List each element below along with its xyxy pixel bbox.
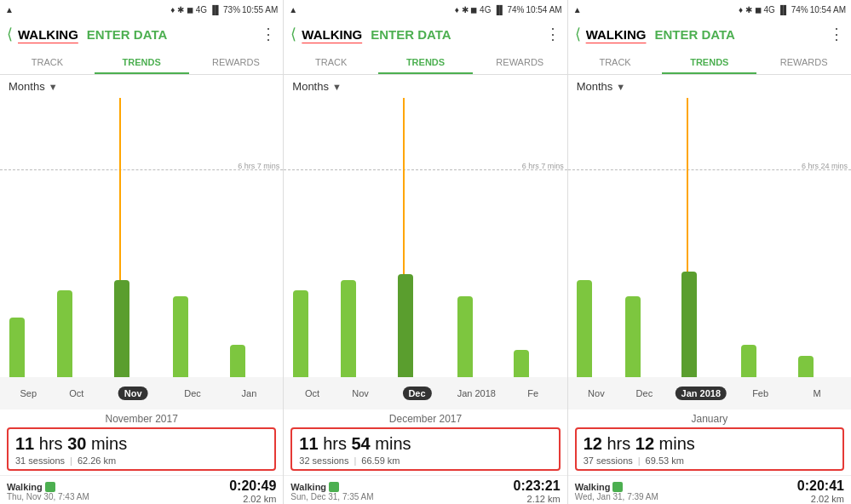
enter-data-button-1[interactable]: ENTER DATA	[87, 27, 167, 42]
activity-right-2: 0:23:21 2.12 km	[514, 478, 561, 504]
activity-dist-3: 2.02 km	[811, 494, 844, 504]
bar-0-1	[9, 318, 25, 377]
activity-title-3: Walking	[575, 482, 658, 492]
x-label-1-2: Nov	[352, 388, 369, 398]
back-button-3[interactable]: ⟨	[575, 25, 581, 43]
activity-row-1: Walking Thu, Nov 30, 7:43 AM 0:20:49 2.0…	[0, 475, 283, 504]
top-nav-2: ⟨ WALKING ENTER DATA ⋮	[284, 19, 566, 49]
x-label-2-2: Dec	[402, 387, 431, 400]
activity-time-val-2: 0:23:21	[514, 478, 561, 494]
activity-left-2: Walking Sun, Dec 31, 7:35 AM	[290, 482, 373, 501]
x-label-1-1: Oct	[69, 388, 83, 398]
battery-2: 74%	[507, 5, 524, 14]
bar-3-1	[173, 296, 188, 377]
activity-time-val-1: 0:20:49	[229, 478, 276, 494]
top-nav-3: ⟨ WALKING ENTER DATA ⋮	[568, 19, 851, 49]
months-dropdown-icon-2: ▼	[332, 82, 342, 92]
chart-area-3: 6 hrs 24 mins NovDecJan 2018FebM	[568, 98, 851, 410]
stats-sessions-1: 31 sessions	[15, 455, 65, 466]
stats-main-value-1: 11 hrs 30 mins	[15, 433, 267, 454]
more-options-button-3[interactable]: ⋮	[829, 25, 844, 43]
status-bar-3: ▲ ♦ ✱ ◼ 4G ▐▌ 74% 10:54 AM	[568, 0, 851, 19]
nav-title-1: WALKING	[18, 27, 78, 42]
chart-inner-3: 6 hrs 24 mins NovDecJan 2018FebM	[568, 98, 851, 410]
stats-sub-3: 37 sessions | 69.53 km	[584, 455, 836, 466]
activity-left-1: Walking Thu, Nov 30, 7:43 AM	[7, 482, 89, 501]
chart-area-2: 6 hrs 7 mins OctNovDecJan 2018Fe	[284, 98, 566, 410]
status-left-3: ▲	[573, 5, 582, 14]
tab-track-1[interactable]: TRACK	[0, 49, 95, 74]
x-label-0-3: Nov	[588, 388, 605, 398]
panel-1: ▲ ♦ ✱ ◼ 4G ▐▌ 73% 10:55 AM ⟨ WALKING ENT…	[0, 0, 284, 504]
stats-sessions-3: 37 sessions	[584, 455, 633, 466]
stats-month-title-2: December 2017	[290, 413, 560, 425]
status-bar-2: ▲ ♦ ✱ ◼ 4G ▐▌ 74% 10:54 AM	[284, 0, 566, 19]
time-2: 10:54 AM	[526, 5, 561, 14]
chart-avg-line-2: 6 hrs 7 mins	[284, 169, 566, 170]
back-button-2[interactable]: ⟨	[290, 25, 296, 43]
months-selector-3[interactable]: Months ▼	[568, 75, 851, 98]
time-3: 10:54 AM	[810, 5, 846, 14]
stats-main-value-2: 11 hrs 54 mins	[299, 433, 551, 454]
x-label-3-1: Dec	[184, 388, 201, 398]
months-selector-1[interactable]: Months ▼	[0, 75, 283, 98]
x-label-2-3: Jan 2018	[676, 387, 727, 400]
x-label-4-3: M	[814, 388, 821, 398]
months-label-1: Months	[9, 80, 45, 93]
bar-4-1	[230, 345, 245, 377]
stats-divider-3: |	[638, 455, 641, 466]
activity-time-val-3: 0:20:41	[797, 478, 844, 494]
chart-line-label-3: 6 hrs 24 mins	[802, 162, 848, 170]
tab-trends-2[interactable]: TRENDS	[378, 49, 473, 74]
tab-track-3[interactable]: TRACK	[568, 49, 663, 74]
notification-icon-2: ▲	[289, 5, 297, 14]
map-icon-3	[612, 482, 623, 492]
bar-3-2	[457, 296, 473, 377]
signal-icons-2: ♦ ✱ ◼ 4G ▐▌	[455, 5, 506, 14]
chart-area-1: 6 hrs 7 mins SepOctNovDecJan	[0, 98, 283, 410]
stats-box-2: 11 hrs 54 mins 32 sessions | 66.59 km	[290, 427, 560, 471]
x-label-4-1: Jan	[242, 388, 257, 398]
enter-data-button-3[interactable]: ENTER DATA	[654, 27, 734, 42]
stats-box-1: 11 hrs 30 mins 31 sessions | 62.26 km	[7, 427, 276, 471]
enter-data-button-2[interactable]: ENTER DATA	[371, 27, 451, 42]
activity-title-2: Walking	[290, 482, 373, 492]
stats-km-2: 66.59 km	[361, 455, 400, 466]
chart-inner-2: 6 hrs 7 mins OctNovDecJan 2018Fe	[284, 98, 566, 410]
months-label-2: Months	[292, 80, 329, 93]
status-left-1: ▲	[5, 5, 14, 14]
more-options-button-1[interactable]: ⋮	[261, 25, 276, 43]
months-dropdown-icon-1: ▼	[49, 82, 58, 92]
back-button-1[interactable]: ⟨	[7, 25, 13, 43]
battery-3: 74%	[791, 5, 808, 14]
chart-avg-line-3: 6 hrs 24 mins	[568, 169, 851, 170]
tab-row-3: TRACKTRENDSREWARDS	[568, 49, 851, 75]
chart-avg-line-1: 6 hrs 7 mins	[0, 169, 283, 170]
stats-area-1: November 2017 11 hrs 30 mins 31 sessions…	[0, 410, 283, 473]
stats-km-3: 69.53 km	[646, 455, 684, 466]
months-label-3: Months	[577, 80, 613, 93]
chart-inner-1: 6 hrs 7 mins SepOctNovDecJan	[0, 98, 283, 410]
tab-rewards-3[interactable]: REWARDS	[756, 49, 851, 74]
top-nav-1: ⟨ WALKING ENTER DATA ⋮	[0, 19, 283, 49]
status-right-1: ♦ ✱ ◼ 4G ▐▌ 73% 10:55 AM	[170, 5, 278, 14]
activity-dist-1: 2.02 km	[243, 494, 276, 504]
tab-trends-3[interactable]: TRENDS	[662, 49, 756, 74]
chart-line-label-2: 6 hrs 7 mins	[522, 162, 564, 170]
stats-km-1: 62.26 km	[78, 455, 116, 466]
x-label-0-1: Sep	[20, 388, 37, 398]
more-options-button-2[interactable]: ⋮	[545, 25, 561, 43]
activity-dist-2: 2.12 km	[527, 494, 561, 504]
tab-rewards-2[interactable]: REWARDS	[473, 49, 567, 74]
time-1: 10:55 AM	[242, 5, 278, 14]
tab-rewards-1[interactable]: REWARDS	[189, 49, 284, 74]
tab-trends-1[interactable]: TRENDS	[95, 49, 189, 74]
activity-name-3: Walking	[575, 482, 611, 492]
activity-right-3: 0:20:41 2.02 km	[797, 478, 844, 504]
activity-date-1: Thu, Nov 30, 7:43 AM	[7, 492, 89, 501]
x-label-3-3: Feb	[752, 388, 768, 398]
activity-name-1: Walking	[7, 482, 43, 492]
tab-track-2[interactable]: TRACK	[284, 49, 378, 74]
activity-right-1: 0:20:49 2.02 km	[229, 478, 276, 504]
months-selector-2[interactable]: Months ▼	[284, 75, 566, 98]
